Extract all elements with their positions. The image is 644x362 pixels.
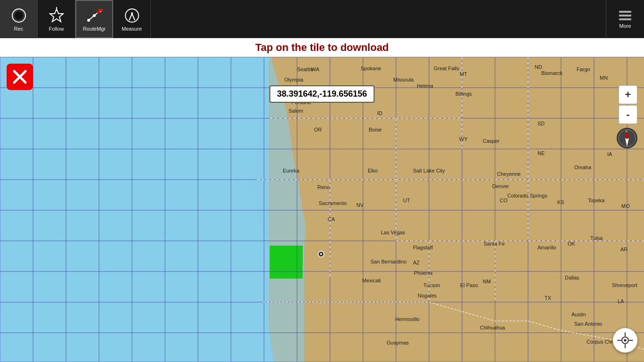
zoom-controls: + - <box>619 85 637 124</box>
svg-line-13 <box>132 14 135 20</box>
rec-icon <box>10 7 27 24</box>
measure-label: Measure <box>122 26 142 32</box>
measure-icon <box>124 7 140 24</box>
svg-rect-16 <box>619 15 631 16</box>
svg-point-78 <box>624 339 627 342</box>
close-button[interactable] <box>7 64 33 90</box>
svg-rect-17 <box>619 18 631 20</box>
banner-text: Tap on the tile to download <box>255 41 388 53</box>
more-label: More <box>619 23 631 29</box>
rec-label: Rec <box>14 26 24 32</box>
map-svg <box>0 57 644 362</box>
svg-rect-19 <box>270 246 303 279</box>
svg-line-8 <box>89 16 94 20</box>
close-icon <box>11 68 28 85</box>
map-container[interactable]: SeattleOlympiaSpokaneGreat FallsMissoula… <box>0 57 644 362</box>
svg-point-1 <box>15 11 23 20</box>
svg-marker-2 <box>50 9 63 22</box>
follow-icon <box>48 7 65 24</box>
follow-label: Follow <box>49 26 64 32</box>
more-button[interactable]: More <box>606 0 644 38</box>
svg-line-12 <box>129 14 132 20</box>
rec-button[interactable]: Rec <box>0 0 38 38</box>
follow-button[interactable]: Follow <box>38 0 75 38</box>
zoom-out-button[interactable]: - <box>619 105 637 124</box>
svg-text:N: N <box>626 130 627 133</box>
routemgr-button[interactable]: RouteMgr <box>75 0 113 38</box>
svg-marker-10 <box>97 9 103 14</box>
routemgr-label: RouteMgr <box>83 26 106 32</box>
svg-rect-18 <box>0 57 269 362</box>
routemgr-icon <box>86 7 103 24</box>
compass-button[interactable]: N <box>617 128 637 148</box>
zoom-in-button[interactable]: + <box>619 85 637 104</box>
more-icon <box>618 10 632 21</box>
svg-point-11 <box>125 9 139 22</box>
toolbar: Rec Follow RouteMgr <box>0 0 644 38</box>
measure-button[interactable]: Measure <box>113 0 151 38</box>
location-button[interactable] <box>613 328 637 353</box>
compass-icon: N <box>617 128 637 148</box>
svg-rect-15 <box>619 11 631 13</box>
download-banner: Tap on the tile to download <box>0 38 644 57</box>
svg-point-14 <box>131 12 133 14</box>
location-icon <box>617 332 634 349</box>
toolbar-spacer <box>151 0 606 38</box>
svg-point-65 <box>320 253 322 255</box>
